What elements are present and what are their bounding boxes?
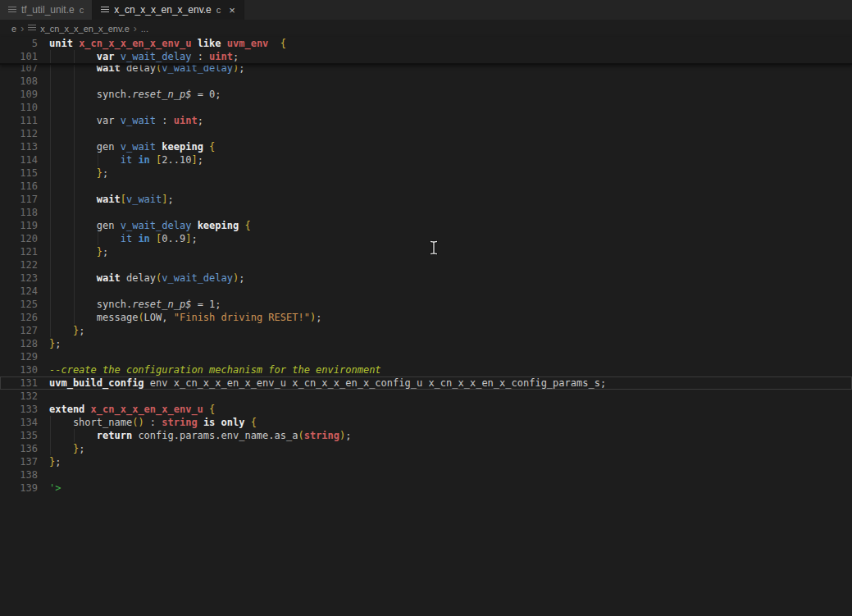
code-text: }; — [49, 245, 108, 258]
code-line-113[interactable]: 113 gen v_wait keeping { — [0, 140, 852, 153]
code-token: { — [244, 220, 250, 231]
code-token: v_wait_delay — [121, 51, 192, 62]
code-line-117[interactable]: 117 wait[v_wait]; — [0, 193, 852, 206]
code-line-114[interactable]: 114 it in [2..10]; — [0, 153, 852, 167]
code-token — [203, 404, 209, 415]
line-number: 110 — [0, 101, 38, 114]
code-line-134[interactable]: 134 short_name() : string is only { — [0, 416, 852, 429]
code-line-124[interactable]: 124 — [0, 285, 852, 298]
close-tab-icon[interactable]: × — [229, 5, 235, 16]
code-text: }; — [49, 167, 108, 180]
indent-guide — [50, 206, 51, 219]
code-text: short_name() : string is only { — [49, 416, 257, 429]
code-token: ; — [191, 233, 197, 244]
code-line-121[interactable]: 121 }; — [0, 245, 852, 258]
code-token: : — [191, 51, 209, 62]
tab-tf-util-unit[interactable]: tf_util_unit.e c — [0, 0, 93, 20]
code-token: like — [191, 38, 226, 49]
sticky-scroll: 5unit x_cn_x_x_en_x_env_u like uvm_env {… — [0, 37, 852, 65]
line-number: 138 — [0, 468, 38, 481]
indent-guide — [74, 206, 75, 219]
code-token: uint — [209, 51, 233, 62]
code-line-115[interactable]: 115 }; — [0, 167, 852, 180]
tab-bar: tf_util_unit.e c x_cn_x_x_en_x_env.e c × — [0, 0, 852, 20]
code-text: '> — [49, 481, 61, 495]
code-token — [49, 233, 121, 244]
code-token: ; — [233, 51, 239, 62]
code-line-101[interactable]: 101 var v_wait_delay : uint; — [0, 50, 852, 63]
code-token: --create the configuration mechanism for… — [49, 364, 381, 376]
code-line-127[interactable]: 127 }; — [0, 324, 852, 337]
code-line-123[interactable]: 123 wait delay(v_wait_delay); — [0, 271, 852, 285]
code-line-112[interactable]: 112 — [0, 127, 852, 140]
code-token: var — [97, 51, 121, 62]
code-line-129[interactable]: 129 — [0, 350, 852, 363]
code-token: wait — [97, 272, 121, 284]
code-line-5[interactable]: 5unit x_cn_x_x_en_x_env_u like uvm_env { — [0, 37, 852, 50]
line-number: 122 — [0, 258, 38, 271]
code-line-125[interactable]: 125 synch.reset_n_p$ = 1; — [0, 298, 852, 311]
breadcrumb-file[interactable]: x_cn_x_x_en_x_env.e — [40, 24, 130, 34]
code-token: extend — [49, 404, 91, 415]
code-token — [49, 443, 73, 454]
code-line-128[interactable]: 128}; — [0, 337, 852, 350]
indent-guide — [50, 127, 51, 140]
code-token: { — [209, 141, 215, 153]
code-token — [49, 272, 97, 284]
code-token: v_wait — [121, 141, 156, 153]
code-text: gen v_wait keeping { — [49, 140, 215, 153]
code-line-136[interactable]: 136 }; — [0, 442, 852, 455]
code-line-126[interactable]: 126 message(LOW, "Finish driving RESET!"… — [0, 311, 852, 324]
breadcrumb-symbol-ellipsis[interactable]: ... — [141, 24, 148, 34]
code-text: extend x_cn_x_x_en_x_env_u { — [49, 403, 215, 416]
code-line-132[interactable]: 132 — [0, 390, 852, 403]
code-token: in — [138, 154, 149, 166]
code-line-130[interactable]: 130--create the configuration mechanism … — [0, 363, 852, 376]
code-line-133[interactable]: 133extend x_cn_x_x_en_x_env_u { — [0, 403, 852, 416]
breadcrumb-folder[interactable]: e — [11, 24, 16, 34]
code-line-110[interactable]: 110 — [0, 101, 852, 114]
code-token: it — [121, 154, 132, 166]
code-line-108[interactable]: 108 — [0, 75, 852, 88]
line-number: 101 — [0, 50, 38, 63]
code-area[interactable]: 107 wait delay(v_wait_delay);108109 sync… — [0, 62, 852, 495]
line-number: 115 — [0, 167, 38, 180]
code-token: } — [97, 167, 103, 179]
tab-x-cn-env[interactable]: x_cn_x_x_en_x_env.e c × — [93, 0, 244, 20]
code-line-116[interactable]: 116 — [0, 180, 852, 193]
code-text: }; — [49, 324, 84, 337]
code-line-137[interactable]: 137}; — [0, 455, 852, 468]
code-line-135[interactable]: 135 return config.params.env_name.as_a(s… — [0, 429, 852, 442]
code-line-118[interactable]: 118 — [0, 206, 852, 219]
code-line-138[interactable]: 138 — [0, 468, 852, 481]
line-number: 127 — [0, 324, 38, 337]
line-number: 108 — [0, 75, 38, 88]
code-line-111[interactable]: 111 var v_wait : uint; — [0, 114, 852, 127]
code-text: }; — [49, 337, 61, 350]
code-token: string — [304, 430, 339, 441]
line-number: 137 — [0, 455, 38, 468]
code-token: uvm_build_config — [49, 377, 144, 389]
file-lines-icon — [28, 25, 36, 32]
code-token: 2..10 — [162, 154, 191, 166]
code-text: it in [2..10]; — [49, 153, 203, 167]
code-token: ; — [198, 115, 203, 126]
code-line-120[interactable]: 120 it in [0..9]; — [0, 232, 852, 245]
code-text: synch.reset_n_p$ = 0; — [49, 88, 221, 101]
code-line-119[interactable]: 119 gen v_wait_delay keeping { — [0, 219, 852, 232]
code-line-109[interactable]: 109 synch.reset_n_p$ = 0; — [0, 88, 852, 101]
code-text: unit x_cn_x_x_en_x_env_u like uvm_env { — [49, 37, 286, 50]
code-line-122[interactable]: 122 — [0, 258, 852, 271]
line-number: 111 — [0, 114, 38, 127]
indent-guide — [74, 101, 75, 114]
code-token: delay — [121, 272, 156, 284]
code-token: ; — [79, 325, 84, 336]
code-token: unit — [49, 38, 79, 49]
code-token: LOW, — [144, 312, 174, 323]
tab-language-badge: c — [80, 5, 84, 15]
code-line-139[interactable]: 139'> — [0, 481, 852, 495]
code-line-131[interactable]: 131uvm_build_config env x_cn_x_x_en_x_en… — [0, 376, 852, 390]
code-token: keeping — [191, 220, 244, 231]
code-token: uint — [174, 115, 198, 126]
code-text: uvm_build_config env x_cn_x_x_en_x_env_u… — [49, 376, 606, 390]
